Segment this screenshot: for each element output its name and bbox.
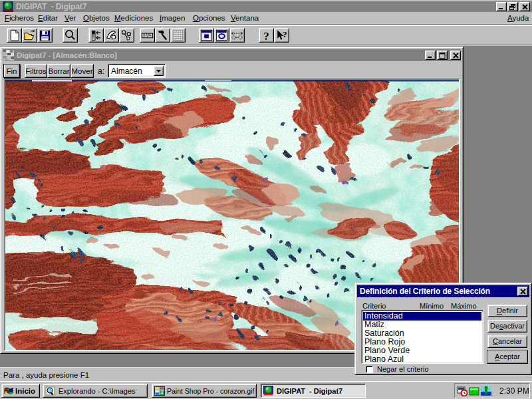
svg-text:4: 4	[161, 390, 164, 395]
svg-text:?: ?	[263, 30, 269, 42]
svg-text:?: ?	[283, 29, 287, 39]
